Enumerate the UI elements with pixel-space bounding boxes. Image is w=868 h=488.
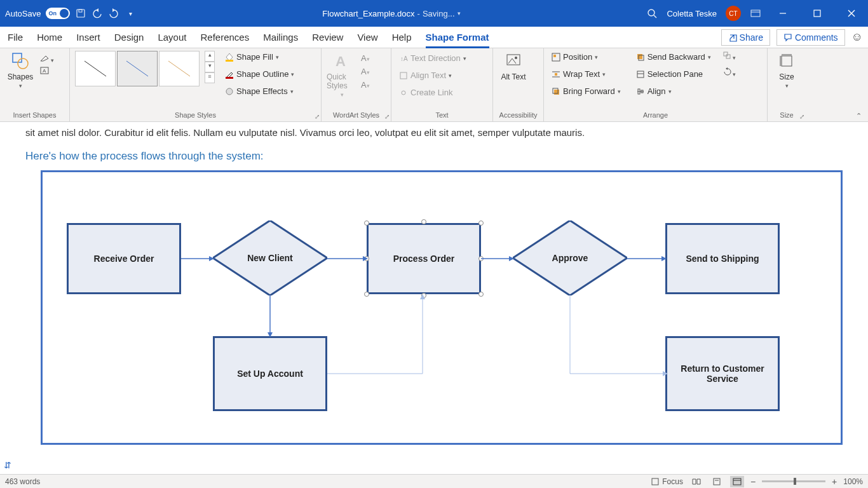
rotate-icon[interactable]: ▾ bbox=[722, 67, 736, 79]
shape-send-shipping[interactable]: Send to Shipping bbox=[665, 223, 780, 294]
arrow-newclient-to-process[interactable] bbox=[327, 255, 368, 262]
collapse-ribbon-icon[interactable]: ⌃ bbox=[856, 112, 862, 120]
svg-line-15 bbox=[126, 61, 148, 76]
customize-qat-icon[interactable]: ▾ bbox=[125, 8, 136, 19]
print-layout-icon[interactable] bbox=[710, 476, 724, 487]
tab-references[interactable]: References bbox=[200, 28, 249, 46]
svg-rect-26 bbox=[553, 55, 556, 57]
svg-line-14 bbox=[85, 61, 106, 76]
svg-rect-27 bbox=[555, 73, 557, 76]
shape-process-order[interactable]: Process Order bbox=[367, 223, 481, 294]
zoom-in-button[interactable]: + bbox=[832, 477, 837, 487]
minimize-button[interactable] bbox=[770, 1, 796, 26]
size-launcher[interactable]: ⤢ bbox=[799, 113, 804, 120]
size-button[interactable]: Size▾ bbox=[773, 51, 801, 89]
window-titlebar: AutoSave On ▾ Flowchart_Example.docx - S… bbox=[0, 0, 868, 27]
maximize-button[interactable] bbox=[804, 1, 830, 26]
arrow-approve-to-return[interactable] bbox=[566, 295, 668, 378]
web-layout-icon[interactable] bbox=[730, 476, 744, 487]
text-box-icon[interactable]: A bbox=[39, 66, 54, 78]
text-outline-icon[interactable]: A▾ bbox=[361, 67, 370, 76]
save-icon[interactable] bbox=[75, 8, 86, 19]
tab-shape-format[interactable]: Shape Format bbox=[426, 28, 489, 48]
group-label-arrange: Arrange bbox=[549, 111, 762, 120]
text-effects-icon[interactable]: A▾ bbox=[361, 80, 370, 90]
edit-shape-icon[interactable]: ▾ bbox=[39, 53, 54, 65]
arrow-process-to-approve[interactable] bbox=[481, 255, 514, 262]
alt-text-button[interactable]: Alt Text bbox=[498, 51, 529, 81]
user-name[interactable]: Coletta Teske bbox=[667, 9, 717, 18]
arrow-receive-to-newclient[interactable] bbox=[181, 255, 214, 262]
shape-setup-account[interactable]: Set Up Account bbox=[213, 336, 327, 411]
align-text-button[interactable]: Align Text▾ bbox=[397, 69, 469, 81]
feedback-icon[interactable]: ☺ bbox=[851, 30, 863, 44]
autosave-toggle[interactable]: On bbox=[46, 8, 70, 19]
read-mode-icon[interactable] bbox=[689, 476, 703, 487]
ribbon-display-icon[interactable] bbox=[750, 8, 761, 19]
word-count[interactable]: 463 words bbox=[5, 477, 40, 486]
accessibility-checker-icon[interactable]: ⇵ bbox=[4, 460, 11, 470]
svg-text:A: A bbox=[43, 68, 46, 74]
wordart-launcher[interactable]: ⤢ bbox=[384, 113, 390, 120]
send-backward-button[interactable]: Send Backward▾ bbox=[634, 51, 714, 63]
shape-new-client[interactable]: New Client bbox=[213, 220, 327, 295]
svg-rect-34 bbox=[637, 71, 644, 78]
tab-design[interactable]: Design bbox=[114, 28, 144, 46]
bring-forward-button[interactable]: Bring Forward▾ bbox=[549, 85, 623, 97]
group-icon[interactable]: ▾ bbox=[722, 51, 736, 62]
gallery-scroll[interactable]: ▴▾≡ bbox=[205, 51, 215, 83]
svg-marker-56 bbox=[420, 294, 425, 299]
shape-styles-launcher[interactable]: ⤢ bbox=[315, 113, 320, 120]
close-button[interactable] bbox=[839, 1, 864, 26]
zoom-level[interactable]: 100% bbox=[843, 477, 863, 486]
align-button[interactable]: Align▾ bbox=[634, 85, 714, 97]
svg-marker-53 bbox=[661, 256, 667, 261]
svg-point-19 bbox=[226, 88, 233, 95]
text-direction-button[interactable]: ↕AText Direction▾ bbox=[397, 52, 469, 64]
zoom-slider[interactable] bbox=[762, 480, 825, 482]
arrow-newclient-to-setup[interactable] bbox=[266, 295, 274, 337]
tab-mailings[interactable]: Mailings bbox=[263, 28, 298, 46]
position-button[interactable]: Position▾ bbox=[549, 51, 623, 63]
svg-text:A: A bbox=[336, 53, 346, 69]
zoom-out-button[interactable]: − bbox=[750, 477, 756, 487]
undo-icon[interactable] bbox=[92, 8, 103, 19]
shape-outline-button[interactable]: Shape Outline▾ bbox=[222, 68, 297, 80]
shape-approve[interactable]: Approve bbox=[513, 220, 627, 295]
quick-styles-button[interactable]: A Quick Styles▾ bbox=[327, 51, 357, 98]
svg-rect-0 bbox=[77, 10, 85, 17]
search-icon[interactable] bbox=[646, 8, 658, 19]
tab-home[interactable]: Home bbox=[37, 28, 62, 46]
save-status: Saving... bbox=[423, 9, 455, 18]
svg-rect-30 bbox=[554, 90, 559, 95]
tab-insert[interactable]: Insert bbox=[76, 28, 100, 46]
arrow-approve-to-shipping[interactable] bbox=[627, 255, 667, 262]
focus-mode-button[interactable]: Focus bbox=[651, 477, 683, 486]
create-link-button[interactable]: Create Link bbox=[397, 86, 469, 98]
drawing-canvas[interactable]: Receive Order New Client Process Order A… bbox=[41, 170, 843, 445]
comments-button[interactable]: Comments bbox=[776, 29, 845, 46]
tab-review[interactable]: Review bbox=[312, 28, 343, 46]
tab-file[interactable]: File bbox=[8, 28, 23, 46]
wrap-text-button[interactable]: Wrap Text▾ bbox=[549, 68, 623, 80]
share-button[interactable]: Share bbox=[721, 29, 770, 46]
shape-style-gallery[interactable] bbox=[75, 51, 200, 86]
group-label-accessibility: Accessibility bbox=[498, 111, 538, 120]
shape-return-cs[interactable]: Return to Customer Service bbox=[665, 336, 780, 411]
body-paragraph[interactable]: sit amet nisl dolor. Curabitur id elit f… bbox=[0, 122, 868, 139]
redo-icon[interactable] bbox=[108, 8, 119, 19]
shape-effects-button[interactable]: Shape Effects▾ bbox=[222, 85, 297, 97]
tab-help[interactable]: Help bbox=[392, 28, 412, 46]
text-fill-icon[interactable]: A▾ bbox=[361, 53, 370, 63]
user-avatar[interactable]: CT bbox=[726, 6, 741, 21]
shapes-button[interactable]: Shapes ▾ bbox=[5, 51, 36, 89]
arrow-setup-to-process[interactable] bbox=[327, 294, 426, 377]
svg-rect-59 bbox=[714, 478, 720, 485]
section-heading[interactable]: Here's how the process flows through the… bbox=[0, 139, 868, 170]
ribbon-tabs: File Home Insert Design Layout Reference… bbox=[0, 27, 868, 48]
shape-fill-button[interactable]: Shape Fill▾ bbox=[222, 51, 297, 63]
shape-receive-order[interactable]: Receive Order bbox=[67, 223, 181, 294]
tab-layout[interactable]: Layout bbox=[158, 28, 186, 46]
tab-view[interactable]: View bbox=[357, 28, 377, 46]
selection-pane-button[interactable]: Selection Pane bbox=[634, 68, 714, 80]
